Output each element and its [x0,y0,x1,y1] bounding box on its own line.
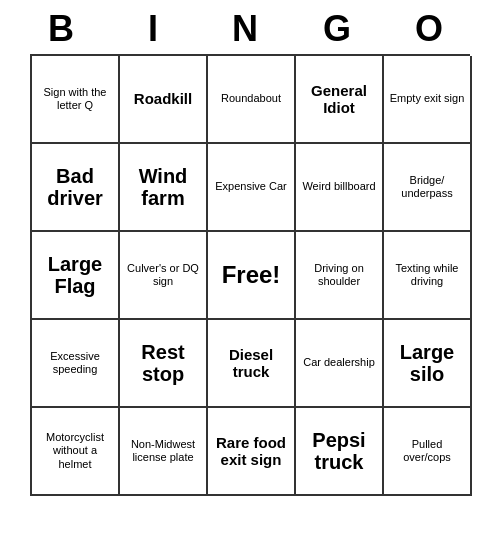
bingo-cell[interactable]: Sign with the letter Q [32,56,120,144]
bingo-cell[interactable]: Large silo [384,320,472,408]
cell-text: Motorcyclist without a helmet [36,431,114,471]
cell-text: Rest stop [124,341,202,385]
cell-text: Culver's or DQ sign [124,262,202,288]
cell-text: Bad driver [36,165,114,209]
bingo-cell[interactable]: Empty exit sign [384,56,472,144]
cell-text: Weird billboard [302,180,375,193]
cell-text: Non-Midwest license plate [124,438,202,464]
bingo-cell[interactable]: Driving on shoulder [296,232,384,320]
bingo-cell[interactable]: Bridge/ underpass [384,144,472,232]
bingo-cell[interactable]: Pepsi truck [296,408,384,496]
bingo-cell[interactable]: Pulled over/cops [384,408,472,496]
cell-text: Empty exit sign [390,92,465,105]
bingo-cell[interactable]: Large Flag [32,232,120,320]
bingo-cell[interactable]: Motorcyclist without a helmet [32,408,120,496]
cell-text: Expensive Car [215,180,287,193]
bingo-cell[interactable]: Culver's or DQ sign [120,232,208,320]
bingo-cell[interactable]: Roundabout [208,56,296,144]
cell-text: Large Flag [36,253,114,297]
bingo-letter: N [206,8,294,50]
cell-text: Driving on shoulder [300,262,378,288]
cell-text: Wind farm [124,165,202,209]
cell-text: Bridge/ underpass [388,174,466,200]
bingo-cell[interactable]: General Idiot [296,56,384,144]
bingo-cell[interactable]: Excessive speeding [32,320,120,408]
cell-text: Pulled over/cops [388,438,466,464]
cell-text: Excessive speeding [36,350,114,376]
cell-text: Large silo [388,341,466,385]
cell-text: Pepsi truck [300,429,378,473]
bingo-title: BINGO [20,0,480,54]
bingo-cell[interactable]: Weird billboard [296,144,384,232]
bingo-letter: B [22,8,110,50]
bingo-cell[interactable]: Rare food exit sign [208,408,296,496]
bingo-grid: Sign with the letter QRoadkillRoundabout… [30,54,470,496]
cell-text: Texting while driving [388,262,466,288]
bingo-cell[interactable]: Diesel truck [208,320,296,408]
cell-text: Roadkill [134,90,192,107]
bingo-cell[interactable]: Wind farm [120,144,208,232]
bingo-cell[interactable]: Texting while driving [384,232,472,320]
bingo-cell[interactable]: Expensive Car [208,144,296,232]
bingo-letter: O [390,8,478,50]
bingo-cell[interactable]: Non-Midwest license plate [120,408,208,496]
cell-text: General Idiot [300,82,378,117]
bingo-cell[interactable]: Car dealership [296,320,384,408]
cell-text: Diesel truck [212,346,290,381]
cell-text: Roundabout [221,92,281,105]
cell-text: Free! [222,261,281,290]
bingo-cell[interactable]: Rest stop [120,320,208,408]
bingo-letter: G [298,8,386,50]
bingo-cell[interactable]: Bad driver [32,144,120,232]
bingo-letter: I [114,8,202,50]
bingo-cell[interactable]: Roadkill [120,56,208,144]
cell-text: Sign with the letter Q [36,86,114,112]
cell-text: Rare food exit sign [212,434,290,469]
cell-text: Car dealership [303,356,375,369]
bingo-cell[interactable]: Free! [208,232,296,320]
